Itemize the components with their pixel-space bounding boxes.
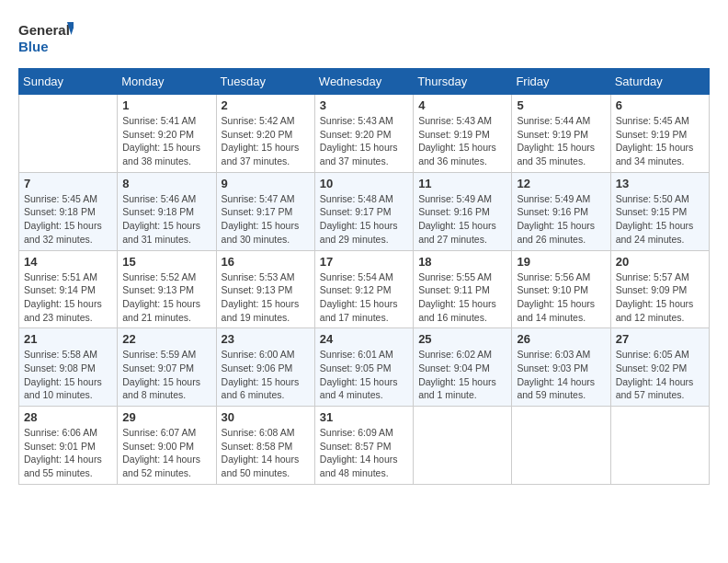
day-number: 24	[320, 332, 408, 346]
day-detail: Sunrise: 6:02 AMSunset: 9:04 PMDaylight:…	[418, 348, 506, 402]
calendar-cell: 19Sunrise: 5:56 AMSunset: 9:10 PMDayligh…	[512, 250, 610, 328]
calendar-cell	[19, 95, 118, 173]
calendar-cell: 31Sunrise: 6:09 AMSunset: 8:57 PMDayligh…	[314, 407, 413, 485]
day-number: 21	[24, 332, 112, 346]
calendar-cell: 28Sunrise: 6:06 AMSunset: 9:01 PMDayligh…	[19, 407, 118, 485]
day-detail: Sunrise: 5:50 AMSunset: 9:15 PMDaylight:…	[616, 192, 704, 247]
calendar-cell: 7Sunrise: 5:45 AMSunset: 9:18 PMDaylight…	[19, 172, 118, 250]
day-number: 26	[517, 332, 605, 346]
day-detail: Sunrise: 5:42 AMSunset: 9:20 PMDaylight:…	[222, 114, 310, 168]
calendar-cell: 25Sunrise: 6:02 AMSunset: 9:04 PMDayligh…	[414, 328, 512, 407]
day-detail: Sunrise: 5:44 AMSunset: 9:19 PMDaylight:…	[517, 114, 605, 168]
day-number: 4	[418, 98, 506, 112]
day-detail: Sunrise: 5:43 AMSunset: 9:19 PMDaylight:…	[418, 114, 506, 168]
day-number: 19	[517, 255, 605, 269]
weekday-header-thursday: Thursday	[414, 69, 512, 95]
calendar-cell: 22Sunrise: 5:59 AMSunset: 9:07 PMDayligh…	[118, 328, 216, 407]
day-detail: Sunrise: 5:58 AMSunset: 9:08 PMDaylight:…	[24, 348, 112, 402]
week-row-1: 1Sunrise: 5:41 AMSunset: 9:20 PMDaylight…	[19, 95, 710, 173]
calendar-cell: 5Sunrise: 5:44 AMSunset: 9:19 PMDaylight…	[512, 95, 610, 173]
day-number: 29	[122, 410, 210, 424]
calendar-cell: 26Sunrise: 6:03 AMSunset: 9:03 PMDayligh…	[512, 328, 610, 407]
day-detail: Sunrise: 5:47 AMSunset: 9:17 PMDaylight:…	[222, 192, 310, 247]
calendar-table: SundayMondayTuesdayWednesdayThursdayFrid…	[18, 68, 710, 485]
calendar-cell: 29Sunrise: 6:07 AMSunset: 9:00 PMDayligh…	[118, 407, 216, 485]
day-detail: Sunrise: 5:55 AMSunset: 9:11 PMDaylight:…	[418, 270, 506, 325]
calendar-cell	[610, 407, 709, 485]
week-row-5: 28Sunrise: 6:06 AMSunset: 9:01 PMDayligh…	[19, 407, 710, 485]
day-detail: Sunrise: 5:59 AMSunset: 9:07 PMDaylight:…	[122, 348, 210, 402]
day-number: 28	[24, 410, 112, 424]
calendar-cell: 11Sunrise: 5:49 AMSunset: 9:16 PMDayligh…	[414, 172, 512, 250]
day-detail: Sunrise: 5:46 AMSunset: 9:18 PMDaylight:…	[122, 192, 210, 247]
weekday-header-monday: Monday	[118, 69, 216, 95]
day-number: 18	[418, 255, 506, 269]
day-detail: Sunrise: 5:54 AMSunset: 9:12 PMDaylight:…	[320, 270, 408, 325]
logo: General Blue	[18, 18, 74, 59]
weekday-header-friday: Friday	[512, 69, 610, 95]
calendar-cell: 17Sunrise: 5:54 AMSunset: 9:12 PMDayligh…	[314, 250, 413, 328]
day-detail: Sunrise: 6:03 AMSunset: 9:03 PMDaylight:…	[517, 348, 605, 402]
day-number: 23	[222, 332, 310, 346]
day-detail: Sunrise: 5:45 AMSunset: 9:18 PMDaylight:…	[24, 192, 112, 247]
calendar-cell	[512, 407, 610, 485]
day-number: 14	[24, 255, 112, 269]
day-detail: Sunrise: 6:05 AMSunset: 9:02 PMDaylight:…	[616, 348, 704, 402]
day-number: 9	[222, 177, 310, 190]
day-number: 15	[122, 255, 210, 269]
day-detail: Sunrise: 5:48 AMSunset: 9:17 PMDaylight:…	[320, 192, 408, 247]
calendar-cell: 9Sunrise: 5:47 AMSunset: 9:17 PMDaylight…	[216, 172, 314, 250]
weekday-header-row: SundayMondayTuesdayWednesdayThursdayFrid…	[19, 69, 710, 95]
calendar-cell: 23Sunrise: 6:00 AMSunset: 9:06 PMDayligh…	[216, 328, 314, 407]
day-detail: Sunrise: 6:07 AMSunset: 9:00 PMDaylight:…	[122, 426, 210, 480]
day-number: 7	[24, 177, 112, 190]
day-detail: Sunrise: 6:00 AMSunset: 9:06 PMDaylight:…	[222, 348, 310, 402]
calendar-cell	[414, 407, 512, 485]
day-number: 2	[222, 98, 310, 112]
day-number: 11	[418, 177, 506, 190]
page-header: General Blue	[18, 18, 710, 59]
day-number: 13	[616, 177, 704, 190]
svg-text:General: General	[18, 22, 70, 38]
day-number: 27	[616, 332, 704, 346]
day-number: 10	[320, 177, 408, 190]
week-row-3: 14Sunrise: 5:51 AMSunset: 9:14 PMDayligh…	[19, 250, 710, 328]
weekday-header-wednesday: Wednesday	[314, 69, 413, 95]
calendar-cell: 30Sunrise: 6:08 AMSunset: 8:58 PMDayligh…	[216, 407, 314, 485]
calendar-cell: 3Sunrise: 5:43 AMSunset: 9:20 PMDaylight…	[314, 95, 413, 173]
day-number: 8	[122, 177, 210, 190]
day-number: 16	[222, 255, 310, 269]
calendar-cell: 21Sunrise: 5:58 AMSunset: 9:08 PMDayligh…	[19, 328, 118, 407]
svg-text:Blue: Blue	[18, 39, 49, 54]
logo-svg: General Blue	[18, 18, 74, 59]
day-detail: Sunrise: 6:06 AMSunset: 9:01 PMDaylight:…	[24, 426, 112, 480]
day-detail: Sunrise: 5:41 AMSunset: 9:20 PMDaylight:…	[122, 114, 210, 168]
day-number: 3	[320, 98, 408, 112]
day-detail: Sunrise: 5:45 AMSunset: 9:19 PMDaylight:…	[616, 114, 704, 168]
week-row-2: 7Sunrise: 5:45 AMSunset: 9:18 PMDaylight…	[19, 172, 710, 250]
calendar-cell: 20Sunrise: 5:57 AMSunset: 9:09 PMDayligh…	[610, 250, 709, 328]
weekday-header-tuesday: Tuesday	[216, 69, 314, 95]
day-number: 25	[418, 332, 506, 346]
calendar-cell: 18Sunrise: 5:55 AMSunset: 9:11 PMDayligh…	[414, 250, 512, 328]
calendar-cell: 12Sunrise: 5:49 AMSunset: 9:16 PMDayligh…	[512, 172, 610, 250]
day-number: 30	[222, 410, 310, 424]
day-number: 22	[122, 332, 210, 346]
day-number: 5	[517, 98, 605, 112]
calendar-cell: 2Sunrise: 5:42 AMSunset: 9:20 PMDaylight…	[216, 95, 314, 173]
day-detail: Sunrise: 5:52 AMSunset: 9:13 PMDaylight:…	[122, 270, 210, 325]
calendar-cell: 10Sunrise: 5:48 AMSunset: 9:17 PMDayligh…	[314, 172, 413, 250]
day-number: 17	[320, 255, 408, 269]
calendar-cell: 24Sunrise: 6:01 AMSunset: 9:05 PMDayligh…	[314, 328, 413, 407]
calendar-cell: 8Sunrise: 5:46 AMSunset: 9:18 PMDaylight…	[118, 172, 216, 250]
calendar-cell: 15Sunrise: 5:52 AMSunset: 9:13 PMDayligh…	[118, 250, 216, 328]
calendar-cell: 4Sunrise: 5:43 AMSunset: 9:19 PMDaylight…	[414, 95, 512, 173]
day-number: 12	[517, 177, 605, 190]
weekday-header-saturday: Saturday	[610, 69, 709, 95]
calendar-cell: 14Sunrise: 5:51 AMSunset: 9:14 PMDayligh…	[19, 250, 118, 328]
week-row-4: 21Sunrise: 5:58 AMSunset: 9:08 PMDayligh…	[19, 328, 710, 407]
day-detail: Sunrise: 5:56 AMSunset: 9:10 PMDaylight:…	[517, 270, 605, 325]
calendar-cell: 13Sunrise: 5:50 AMSunset: 9:15 PMDayligh…	[610, 172, 709, 250]
calendar-cell: 6Sunrise: 5:45 AMSunset: 9:19 PMDaylight…	[610, 95, 709, 173]
day-detail: Sunrise: 6:09 AMSunset: 8:57 PMDaylight:…	[320, 426, 408, 480]
